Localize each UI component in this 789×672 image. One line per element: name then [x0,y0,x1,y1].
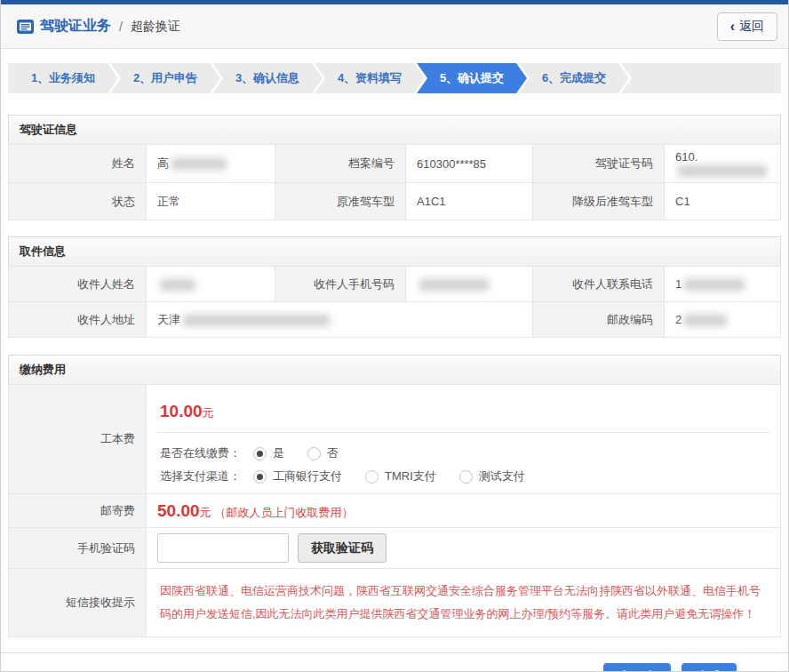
page-header: 驾驶证业务 / 超龄换证 ‹ 返回 [1,4,788,49]
step-1-business-notice[interactable]: 1、业务须知 [8,63,118,93]
production-fee-cell: 10.00元 是否在线缴费： 是 否 选择支付渠道： [147,385,781,494]
finish-button[interactable]: 完成 [681,663,737,672]
status-value: 正常 [147,183,275,220]
recipient-name-value [147,267,275,302]
recipient-phone-value [406,267,533,302]
license-number-value: 610. [665,145,781,183]
status-label: 状态 [9,183,147,220]
step-2-user-declaration[interactable]: 2、用户申告 [110,63,220,93]
breadcrumb: 驾驶证业务 / 超龄换证 [17,17,717,36]
pickup-info-section-title: 取件信息 [8,236,781,266]
breadcrumb-separator: / [119,20,123,34]
back-button-label: 返回 [739,19,764,35]
table-row: 姓名 高 档案编号 610300****85 驾驶证号码 610. [9,145,781,183]
step-wizard-filler [621,63,781,93]
radio-label: TMRI支付 [385,468,436,484]
page-subtitle: 超龄换证 [131,19,180,35]
radio-label: 否 [327,445,339,461]
online-pay-row: 是否在线缴费： 是 否 [157,442,769,465]
radio-unselected-icon [459,470,473,484]
original-class-label: 原准驾车型 [275,183,406,220]
step-label: 3、确认信息 [235,70,299,86]
redacted-recipient-phone [419,279,489,291]
production-fee-label: 工本费 [9,385,147,494]
radio-label: 工商银行支付 [273,468,342,484]
previous-step-button[interactable]: 上一步 [603,663,671,672]
production-fee-row: 工本费 10.00元 是否在线缴费： 是 否 [9,385,781,494]
table-row: 收件人姓名 收件人手机号码 收件人联系电话 1 [9,267,781,302]
step-4-fill-data[interactable]: 4、资料填写 [315,63,425,93]
fee-section-title: 缴纳费用 [8,355,781,384]
contact-phone-value: 1 [665,267,781,302]
footer-actions: 上一步 完成 [1,653,788,672]
redacted-name [171,158,227,170]
radio-unselected-icon [307,447,321,460]
radio-unselected-icon [365,470,379,484]
downgraded-class-label: 降级后准驾车型 [533,183,665,220]
redacted-contact-phone [684,279,745,291]
step-label: 6、完成提交 [542,70,606,86]
downgraded-class-value: C1 [665,183,781,220]
table-row: 收件人地址 天津 邮政编码 2 [9,302,781,338]
page: 驾驶证业务 / 超龄换证 ‹ 返回 1、业务须知 2、用户申告 3、确认信息 4… [0,0,789,672]
step-label: 1、业务须知 [31,70,95,86]
postal-code-value: 2 [665,302,781,338]
name-label: 姓名 [9,145,147,183]
recipient-phone-label: 收件人手机号码 [275,267,406,302]
back-button[interactable]: ‹ 返回 [717,12,777,41]
license-number-label: 驾驶证号码 [533,145,665,183]
license-info-table: 姓名 高 档案编号 610300****85 驾驶证号码 610. 状态 正常 … [8,144,781,220]
file-number-value: 610300****85 [406,145,533,183]
radio-online-no[interactable]: 否 [307,445,339,461]
divider [157,432,769,433]
contact-phone-label: 收件人联系电话 [533,267,665,302]
radio-selected-icon [253,447,267,460]
pay-channel-label: 选择支付渠道： [160,468,241,484]
fee-table: 工本费 10.00元 是否在线缴费： 是 否 [8,384,781,637]
sms-tip-text: 因陕西省联通、电信运营商技术问题，陕西省互联网交通安全综合服务管理平台无法向持陕… [157,574,769,631]
license-business-icon [17,20,34,34]
radio-selected-icon [253,470,267,484]
mail-fee-note: （邮政人员上门收取费用） [215,506,354,519]
get-code-button[interactable]: 获取验证码 [298,533,387,563]
production-fee-amount: 10.00元 [157,390,769,432]
redacted-recipient-name [160,279,195,291]
postal-code-label: 邮政编码 [533,302,665,338]
pickup-info-section: 取件信息 收件人姓名 收件人手机号码 收件人联系电话 1 收件人地址 天津 邮政… [8,236,781,338]
mail-fee-label: 邮寄费 [9,494,147,528]
sms-code-label: 手机验证码 [9,528,147,569]
sms-tip-cell: 因陕西省联通、电信运营商技术问题，陕西省互联网交通安全综合服务管理平台无法向持陕… [147,569,781,637]
sms-tip-label: 短信接收提示 [9,569,147,637]
redacted-address [183,315,330,326]
radio-channel-tmri[interactable]: TMRI支付 [365,468,436,484]
pickup-info-table: 收件人姓名 收件人手机号码 收件人联系电话 1 收件人地址 天津 邮政编码 2 [8,266,781,338]
step-label: 4、资料填写 [338,70,402,86]
sms-code-cell: 获取验证码 [147,528,781,569]
recipient-address-label: 收件人地址 [9,302,147,338]
license-info-section: 驾驶证信息 姓名 高 档案编号 610300****85 驾驶证号码 610. … [8,115,781,220]
name-value: 高 [147,145,275,183]
fee-section: 缴纳费用 工本费 10.00元 是否在线缴费： 是 否 [8,355,781,637]
file-number-label: 档案编号 [275,145,406,183]
recipient-name-label: 收件人姓名 [9,267,147,302]
sms-tip-row: 短信接收提示 因陕西省联通、电信运营商技术问题，陕西省互联网交通安全综合服务管理… [9,569,781,637]
pay-channel-row: 选择支付渠道： 工商银行支付 TMRI支付 测试支付 [157,465,769,488]
radio-channel-test[interactable]: 测试支付 [459,468,525,484]
sms-code-row: 手机验证码 获取验证码 [9,528,781,569]
radio-label: 测试支付 [479,468,525,484]
recipient-address-value: 天津 [147,302,533,338]
step-6-complete-submit[interactable]: 6、完成提交 [519,63,629,93]
radio-channel-icbc[interactable]: 工商银行支付 [253,468,342,484]
redacted-license-number [678,165,767,177]
sms-code-input[interactable] [157,533,289,563]
page-title: 驾驶证业务 [40,17,111,36]
back-chevron-icon: ‹ [730,20,735,34]
step-label: 2、用户申告 [133,70,197,86]
mail-fee-row: 邮寄费 50.00元（邮政人员上门收取费用） [9,494,781,528]
step-3-confirm-info[interactable]: 3、确认信息 [212,63,323,93]
license-info-section-title: 驾驶证信息 [8,115,781,144]
radio-label: 是 [273,445,284,461]
original-class-value: A1C1 [406,183,533,220]
radio-online-yes[interactable]: 是 [253,445,284,461]
step-5-confirm-submit[interactable]: 5、确认提交 [417,63,527,93]
